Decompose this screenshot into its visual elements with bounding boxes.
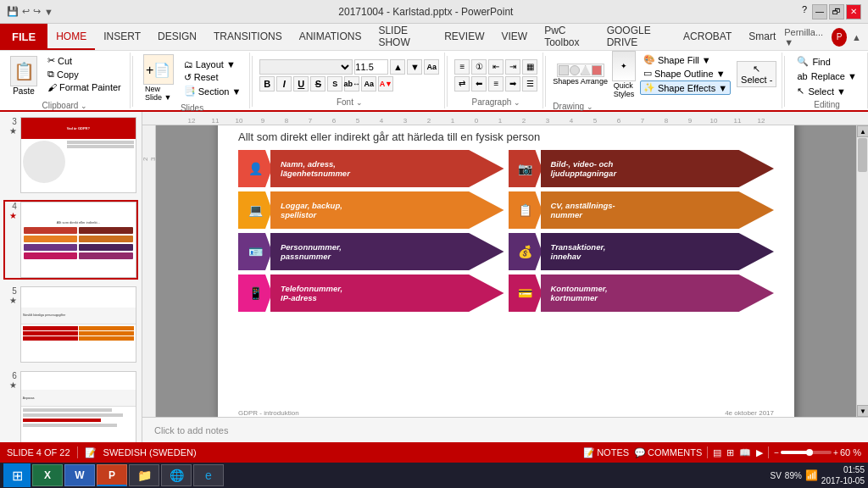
slide-canvas[interactable]: Allt som direkt eller indirekt går att h…: [218, 125, 794, 417]
shape-colored[interactable]: [592, 65, 602, 75]
comments-btn[interactable]: 💬 COMMENTS: [634, 447, 702, 458]
zoom-minus-btn[interactable]: −: [774, 448, 779, 458]
user-name[interactable]: Pernilla... ▼: [784, 27, 826, 47]
char-spacing-button[interactable]: ab↔: [344, 76, 359, 92]
new-slide-button[interactable]: +📄 NewSlide ▼: [140, 54, 177, 102]
font-family-select[interactable]: [259, 59, 353, 75]
cut-button[interactable]: ✂ Cut: [44, 54, 125, 67]
tab-insert[interactable]: INSERT: [95, 24, 149, 50]
tab-gdrive[interactable]: GOOGLE DRIVE: [598, 24, 675, 50]
tab-smart[interactable]: Smart: [740, 24, 784, 50]
slide-item-3[interactable]: 💻 Loggar, backup,spellistor: [238, 191, 504, 229]
format-painter-button[interactable]: 🖌 Format Painter: [44, 81, 125, 93]
italic-button[interactable]: I: [276, 76, 292, 92]
slide-item-5[interactable]: 🪪 Personnummer,passnummer: [238, 233, 504, 270]
reading-view-btn[interactable]: 📖: [739, 447, 751, 458]
slide-thumb-5[interactable]: 5 ★ Särskilt känsliga personuppgifter: [3, 285, 138, 364]
tab-transitions[interactable]: TRANSITIONS: [205, 24, 291, 50]
zoom-slider-thumb[interactable]: [806, 449, 813, 456]
scroll-down-btn[interactable]: ▼: [857, 405, 868, 417]
font-size-increase-btn[interactable]: ▲: [390, 59, 405, 75]
save-icon[interactable]: 💾: [7, 6, 19, 17]
scrollbar-vertical[interactable]: ▲ ▼: [856, 125, 868, 417]
ribbon-collapse-btn[interactable]: ▲: [852, 32, 861, 42]
shape-fill-btn[interactable]: 🎨 Shape Fill ▼: [640, 53, 731, 66]
help-btn[interactable]: ?: [798, 4, 810, 19]
language[interactable]: SWEDISH (SWEDEN): [103, 447, 197, 458]
shapes-palette[interactable]: Shapes Arrange: [553, 64, 608, 86]
zoom-plus-btn[interactable]: +: [833, 448, 838, 458]
zoom-level[interactable]: 60 %: [840, 447, 861, 458]
scroll-thumb[interactable]: [858, 138, 867, 172]
numbering-btn[interactable]: ①: [471, 59, 487, 75]
taskbar-chrome[interactable]: 🌐: [161, 464, 192, 486]
customize-icon[interactable]: ▼: [44, 7, 53, 17]
shape-tri[interactable]: [581, 65, 591, 75]
tab-pwc[interactable]: PwC Toolbox: [536, 24, 598, 50]
bullets-btn[interactable]: ≡: [454, 59, 470, 75]
paste-button[interactable]: 📋 Paste: [5, 54, 42, 97]
shape-rect[interactable]: [559, 65, 569, 75]
slide-main[interactable]: Allt som direkt eller indirekt går att h…: [156, 125, 856, 417]
slide-item-8[interactable]: 💳 Kontonummer,kortnummer: [509, 274, 775, 312]
font-color-btn[interactable]: A▼: [378, 76, 393, 92]
justify-btn[interactable]: ☰: [522, 76, 537, 92]
slide-thumb-6[interactable]: 6 ★ Anpassa: [3, 369, 138, 442]
increase-indent-btn[interactable]: ⇥: [505, 59, 520, 75]
text-shadow-button[interactable]: S: [327, 76, 342, 92]
notes-btn[interactable]: 📝 NOTES: [583, 447, 629, 458]
font-size-input[interactable]: [354, 59, 388, 75]
slide-thumb-4[interactable]: 4 ★ Allt som direkt eller indirekt...: [3, 200, 138, 280]
redo-icon[interactable]: ↪: [33, 6, 41, 17]
slide-sorter-btn[interactable]: ⊞: [726, 447, 734, 458]
bold-button[interactable]: B: [259, 76, 275, 92]
file-tab[interactable]: FILE: [0, 24, 47, 50]
tab-home[interactable]: HOME: [47, 24, 95, 50]
taskbar-ie[interactable]: e: [193, 464, 224, 486]
tab-view[interactable]: VIEW: [492, 24, 536, 50]
replace-button[interactable]: ab Replace ▼: [792, 69, 862, 83]
align-right-btn[interactable]: ➡: [505, 76, 520, 92]
layout-button[interactable]: 🗂 Layout ▼: [181, 58, 245, 70]
copy-button[interactable]: ⧉ Copy: [44, 68, 125, 80]
close-btn[interactable]: ✕: [846, 4, 861, 19]
clear-format-btn[interactable]: Aa: [424, 59, 439, 75]
reset-button[interactable]: ↺ Reset: [181, 71, 245, 84]
font-size-decrease-btn[interactable]: ▼: [407, 59, 422, 75]
underline-button[interactable]: U: [293, 76, 309, 92]
scroll-up-btn[interactable]: ▲: [857, 125, 868, 137]
decrease-indent-btn[interactable]: ⇤: [488, 59, 504, 75]
find-button[interactable]: 🔍 Find: [792, 54, 862, 69]
user-avatar[interactable]: P: [832, 28, 847, 47]
normal-view-btn[interactable]: ▤: [713, 447, 721, 458]
zoom-slider-track[interactable]: [781, 451, 832, 454]
slide-thumb-3[interactable]: 3 ★ Vad är GDPR?: [3, 115, 138, 195]
shape-outline-btn[interactable]: ▭ Shape Outline ▼: [640, 67, 731, 80]
tab-review[interactable]: REVIEW: [436, 24, 492, 50]
minimize-btn[interactable]: —: [812, 4, 827, 19]
select-edit-button[interactable]: ↖ Select ▼: [792, 84, 862, 98]
text-dir-btn[interactable]: ⇄: [454, 76, 470, 92]
slide-item-6[interactable]: 💰 Transaktioner,innehav: [509, 233, 775, 270]
taskbar-word[interactable]: W: [64, 464, 95, 486]
notes-bar[interactable]: Click to add notes: [142, 417, 868, 442]
slide-item-7[interactable]: 📱 Telefonnummer,IP-adress: [238, 274, 504, 312]
tab-animations[interactable]: ANIMATIONS: [291, 24, 370, 50]
start-button[interactable]: ⊞: [3, 463, 31, 487]
taskbar-powerpoint[interactable]: P: [97, 464, 127, 486]
shape-circle[interactable]: [570, 65, 580, 75]
undo-icon[interactable]: ↩: [22, 6, 30, 17]
quick-styles-btn[interactable]: ✦ QuickStyles: [612, 51, 636, 98]
section-button[interactable]: 📑 Section ▼: [181, 85, 245, 97]
slide-item-1[interactable]: 👤 Namn, adress,lägenhetsnummer: [238, 150, 504, 187]
tab-slideshow[interactable]: SLIDE SHOW: [370, 24, 436, 50]
taskbar-files[interactable]: 📁: [129, 464, 159, 486]
align-left-btn[interactable]: ⬅: [471, 76, 487, 92]
tab-acrobat[interactable]: ACROBAT: [675, 24, 740, 50]
zoom-slider[interactable]: − + 60 %: [774, 447, 861, 458]
select-button[interactable]: ↖ Select -: [737, 61, 776, 87]
font-color-aa-btn[interactable]: Aa: [361, 76, 376, 92]
slide-item-2[interactable]: 📷 Bild-, video- ochljudupptagningar: [509, 150, 775, 187]
strikethrough-button[interactable]: S: [310, 76, 326, 92]
align-center-btn[interactable]: ≡: [488, 76, 504, 92]
